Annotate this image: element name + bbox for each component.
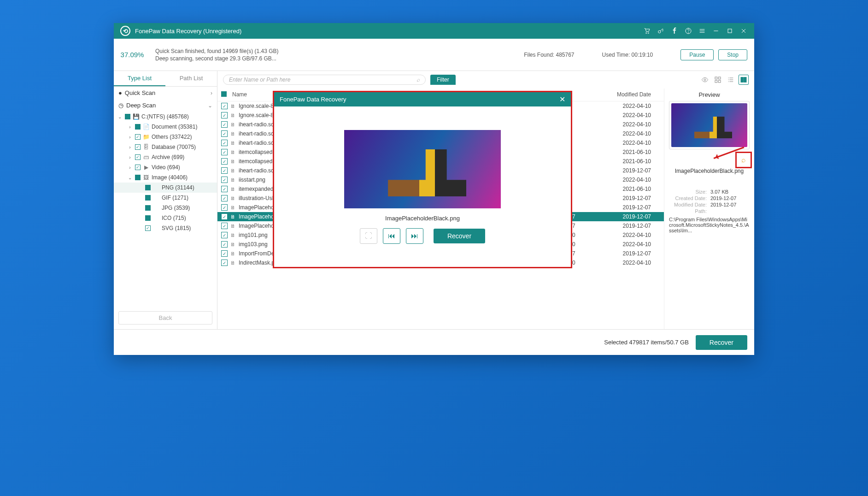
key-icon[interactable] bbox=[654, 24, 668, 38]
svg-rect-7 bbox=[715, 77, 717, 79]
used-time: Used Time: 00:19:10 bbox=[602, 52, 653, 58]
deep-scan-info: Deep scanning, second stage 29.3 GB/97.6… bbox=[155, 55, 524, 62]
back-button[interactable]: Back bbox=[118, 311, 212, 325]
preview-path: C:\Program Files\WindowsApps\Microsoft.M… bbox=[669, 217, 750, 233]
stop-button[interactable]: Stop bbox=[718, 49, 747, 60]
preview-toggle-icon[interactable] bbox=[700, 75, 710, 85]
modal-filename: ImagePlaceholderBlack.png bbox=[385, 215, 460, 222]
tree-node[interactable]: ›✓🗃Archive (699) bbox=[114, 152, 217, 162]
preview-filename: ImagePlaceholderBlack.png bbox=[669, 168, 750, 174]
modal-close-icon[interactable]: ✕ bbox=[559, 95, 565, 104]
tree-node[interactable]: ⌄💾C:(NTFS) (485768) bbox=[114, 112, 217, 122]
app-window: ⟲ FonePaw Data Recovery (Unregistered) 3… bbox=[114, 23, 754, 355]
selection-info: Selected 479817 items/50.7 GB bbox=[604, 339, 689, 346]
tree-node[interactable]: ✓SVG (1815) bbox=[114, 223, 217, 233]
svg-point-1 bbox=[648, 33, 649, 34]
preview-image bbox=[671, 103, 747, 147]
svg-point-6 bbox=[704, 79, 706, 81]
svg-point-2 bbox=[658, 30, 661, 33]
app-logo-icon: ⟲ bbox=[120, 26, 130, 36]
search-input[interactable]: Enter Name or Path here ⌕ bbox=[223, 75, 426, 85]
tree-node[interactable]: JPG (3539) bbox=[114, 203, 217, 213]
close-icon[interactable] bbox=[737, 24, 751, 38]
file-tree: ⌄💾C:(NTFS) (485768)›📄Document (35381)›✓📁… bbox=[114, 112, 217, 307]
quick-scan-info: Quick Scan finished, found 14969 file(s)… bbox=[155, 48, 524, 54]
sidebar: Type List Path List ●Quick Scan› ◷Deep S… bbox=[114, 71, 217, 329]
modal-prev-icon[interactable]: ⏮ bbox=[383, 228, 400, 244]
recover-button[interactable]: Recover bbox=[696, 335, 747, 350]
status-bar: 37.09% Quick Scan finished, found 14969 … bbox=[114, 39, 754, 71]
svg-point-4 bbox=[688, 33, 689, 33]
modal-expand-icon[interactable]: ⛶ bbox=[360, 228, 377, 244]
preview-modal-highlight: FonePaw Data Recovery ✕ ImagePlaceholder… bbox=[273, 91, 572, 268]
svg-rect-5 bbox=[728, 29, 732, 33]
search-icon[interactable]: ⌕ bbox=[416, 77, 420, 83]
detail-view-icon[interactable] bbox=[739, 75, 749, 85]
app-title: FonePaw Data Recovery (Unregistered) bbox=[135, 28, 241, 35]
preview-box: ⌕ bbox=[669, 101, 750, 149]
modal-next-icon[interactable]: ⏭ bbox=[406, 228, 423, 244]
grid-view-icon[interactable] bbox=[713, 75, 723, 85]
tree-node[interactable]: ›✓▶Video (694) bbox=[114, 162, 217, 172]
facebook-icon[interactable] bbox=[668, 24, 681, 38]
help-icon[interactable] bbox=[681, 24, 695, 38]
preview-header: Preview bbox=[669, 91, 750, 98]
col-modified[interactable]: Modified Date bbox=[600, 91, 660, 98]
tree-node[interactable]: ›✓🗄Database (70075) bbox=[114, 142, 217, 152]
list-view-icon[interactable] bbox=[726, 75, 736, 85]
filter-button[interactable]: Filter bbox=[430, 75, 456, 85]
modal-recover-button[interactable]: Recover bbox=[434, 229, 485, 243]
scan-percent: 37.09% bbox=[114, 39, 151, 71]
tree-node[interactable]: ›📄Document (35381) bbox=[114, 122, 217, 132]
tree-node[interactable]: GIF (1271) bbox=[114, 193, 217, 203]
tree-node[interactable]: ⌄🖼Image (40406) bbox=[114, 172, 217, 183]
modal-title: FonePaw Data Recovery bbox=[280, 96, 346, 103]
tree-node[interactable]: ICO (715) bbox=[114, 213, 217, 223]
quick-scan-section[interactable]: ●Quick Scan› bbox=[114, 87, 217, 99]
svg-rect-11 bbox=[741, 77, 743, 83]
cart-icon[interactable] bbox=[640, 24, 654, 38]
files-found: Files Found: 485767 bbox=[524, 52, 574, 58]
preview-panel: Preview ⌕ ImagePlaceholderBlack.png Size… bbox=[664, 89, 754, 329]
deep-scan-section[interactable]: ◷Deep Scan⌄ bbox=[114, 99, 217, 112]
svg-rect-8 bbox=[718, 77, 721, 79]
svg-point-0 bbox=[646, 33, 647, 34]
maximize-icon[interactable] bbox=[723, 24, 737, 38]
tab-type-list[interactable]: Type List bbox=[114, 71, 165, 86]
svg-rect-10 bbox=[718, 80, 721, 83]
tab-path-list[interactable]: Path List bbox=[165, 71, 217, 86]
preview-modal: FonePaw Data Recovery ✕ ImagePlaceholder… bbox=[274, 92, 571, 267]
modal-image bbox=[344, 130, 501, 208]
svg-rect-9 bbox=[715, 80, 717, 83]
preview-zoom-icon[interactable]: ⌕ bbox=[735, 152, 752, 168]
tree-node[interactable]: PNG (31144) bbox=[114, 183, 217, 193]
menu-icon[interactable] bbox=[695, 24, 709, 38]
svg-rect-12 bbox=[744, 77, 746, 83]
titlebar: ⟲ FonePaw Data Recovery (Unregistered) bbox=[114, 23, 754, 39]
pause-button[interactable]: Pause bbox=[680, 49, 714, 60]
footer: Selected 479817 items/50.7 GB Recover bbox=[114, 329, 754, 355]
scan-info: Quick Scan finished, found 14969 file(s)… bbox=[151, 47, 524, 63]
tree-node[interactable]: ›✓📁Others (337422) bbox=[114, 132, 217, 142]
minimize-icon[interactable] bbox=[709, 24, 723, 38]
